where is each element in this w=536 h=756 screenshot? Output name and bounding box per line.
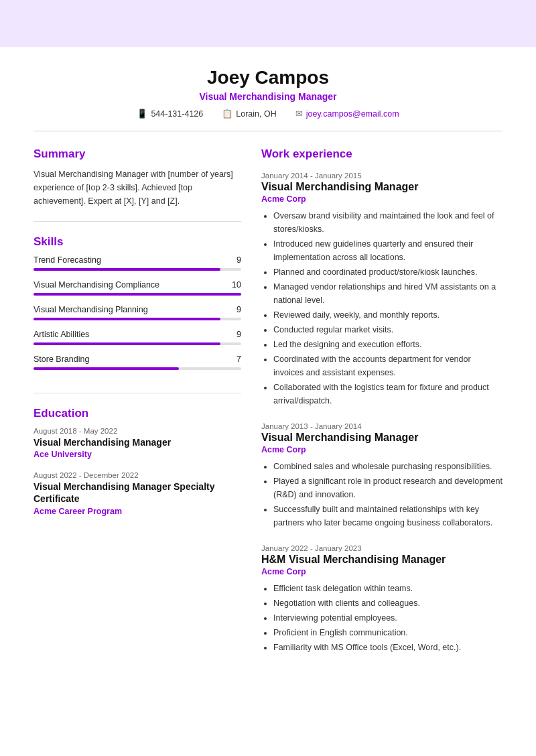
skill-name: Store Branding: [34, 355, 89, 364]
left-column: Summary Visual Merchandising Manager wit…: [34, 147, 241, 669]
work-bullet: Proficient in English communication.: [273, 626, 503, 639]
top-banner: [0, 0, 536, 47]
skill-bar-fill: [34, 318, 220, 320]
main-body: Summary Visual Merchandising Manager wit…: [34, 147, 503, 669]
skills-list: Trend Forecasting 9 Visual Merchandising…: [34, 255, 241, 370]
phone-contact: 📱 544-131-4126: [137, 109, 203, 119]
resume-container: Joey Campos Visual Merchandising Manager…: [0, 47, 536, 696]
work-bullet: Collaborated with the logistics team for…: [273, 381, 503, 407]
work-bullet: Planned and coordinated product/store/ki…: [273, 265, 503, 279]
resume-header: Joey Campos Visual Merchandising Manager…: [34, 67, 503, 131]
skill-bar-fill: [34, 268, 220, 271]
skill-bar-background: [34, 318, 241, 320]
work-bullet: Conducted regular market visits.: [273, 323, 503, 336]
skill-item: Trend Forecasting 9: [34, 255, 241, 271]
education-section: Education August 2018 - May 2022 Visual …: [34, 407, 241, 542]
skill-bar-background: [34, 293, 241, 296]
summary-title: Summary: [34, 147, 241, 161]
work-role: Visual Merchandising Manager: [261, 181, 503, 193]
skill-item: Artistic Abilities 9: [34, 330, 241, 345]
skill-item: Visual Merchandising Compliance 10: [34, 280, 241, 296]
skill-header: Visual Merchandising Planning 9: [34, 305, 241, 314]
work-bullet: Oversaw brand visibility and maintained …: [273, 209, 503, 236]
work-date: January 2013 - January 2014: [261, 422, 503, 430]
skill-header: Trend Forecasting 9: [34, 255, 241, 265]
work-bullet: Coordinated with the accounts department…: [273, 353, 503, 379]
education-list: August 2018 - May 2022 Visual Merchandis…: [34, 427, 241, 516]
skill-bar-background: [34, 268, 241, 271]
location-icon: 📋: [222, 109, 232, 119]
skill-item: Visual Merchandising Planning 9: [34, 305, 241, 320]
work-company: Acme Corp: [261, 194, 503, 204]
education-item: August 2022 - December 2022 Visual Merch…: [34, 471, 241, 515]
right-column: Work experience January 2014 - January 2…: [261, 147, 503, 669]
work-bullet: Successfully built and maintained relati…: [273, 503, 503, 529]
work-bullets: Oversaw brand visibility and maintained …: [261, 209, 503, 407]
edu-institution: Ace University: [34, 450, 241, 459]
work-role: Visual Merchandising Manager: [261, 432, 503, 444]
work-bullet: Combined sales and wholesale purchasing …: [273, 460, 503, 473]
work-bullet: Familiarity with MS Office tools (Excel,…: [273, 641, 503, 654]
work-bullet: Played a significant role in product res…: [273, 475, 503, 501]
skill-name: Visual Merchandising Compliance: [34, 280, 159, 290]
work-company: Acme Corp: [261, 567, 503, 576]
skill-bar-fill: [34, 293, 241, 296]
work-date: January 2014 - January 2015: [261, 172, 503, 180]
work-bullet: Introduced new guidelines quarterly and …: [273, 237, 503, 264]
work-item: January 2022 - January 2023 H&M Visual M…: [261, 544, 503, 654]
candidate-title: Visual Merchandising Manager: [34, 91, 503, 102]
work-bullets: Combined sales and wholesale purchasing …: [261, 460, 503, 529]
work-date: January 2022 - January 2023: [261, 544, 503, 552]
skill-bar-fill: [34, 367, 179, 370]
skill-name: Artistic Abilities: [34, 330, 89, 339]
edu-date: August 2018 - May 2022: [34, 427, 241, 435]
work-bullet: Managed vendor relationships and hired V…: [273, 280, 503, 307]
skill-score: 9: [237, 305, 241, 314]
skill-bar-fill: [34, 342, 220, 345]
skill-bar-background: [34, 367, 241, 370]
work-experience-title: Work experience: [261, 147, 503, 161]
phone-icon: 📱: [137, 109, 147, 119]
location-text: Lorain, OH: [236, 109, 276, 119]
edu-institution: Acme Career Program: [34, 507, 241, 516]
skill-score: 9: [237, 255, 241, 265]
email-contact: ✉ joey.campos@email.com: [295, 109, 399, 119]
summary-section: Summary Visual Merchandising Manager wit…: [34, 147, 241, 222]
contact-row: 📱 544-131-4126 📋 Lorain, OH ✉ joey.campo…: [34, 109, 503, 119]
email-link[interactable]: joey.campos@email.com: [306, 109, 399, 119]
skill-score: 7: [237, 355, 241, 364]
work-bullet: Efficient task delegation within teams.: [273, 582, 503, 595]
skill-bar-background: [34, 342, 241, 345]
skill-header: Store Branding 7: [34, 355, 241, 364]
work-bullet: Reviewed daily, weekly, and monthly repo…: [273, 308, 503, 322]
skill-score: 10: [232, 280, 241, 290]
work-company: Acme Corp: [261, 445, 503, 454]
work-bullet: Led the designing and execution efforts.: [273, 338, 503, 351]
skill-name: Visual Merchandising Planning: [34, 305, 148, 314]
work-role: H&M Visual Merchandising Manager: [261, 554, 503, 566]
skill-score: 9: [237, 330, 241, 339]
skills-title: Skills: [34, 235, 241, 249]
edu-degree: Visual Merchandising Manager Specialty C…: [34, 481, 241, 505]
work-item: January 2013 - January 2014 Visual Merch…: [261, 422, 503, 529]
work-bullet: Interviewing potential employees.: [273, 611, 503, 625]
edu-date: August 2022 - December 2022: [34, 471, 241, 479]
candidate-name: Joey Campos: [34, 67, 503, 88]
skill-item: Store Branding 7: [34, 355, 241, 370]
work-bullet: Negotiation with clients and colleagues.: [273, 596, 503, 610]
skill-name: Trend Forecasting: [34, 255, 101, 265]
work-experience-list: January 2014 - January 2015 Visual Merch…: [261, 172, 503, 654]
work-item: January 2014 - January 2015 Visual Merch…: [261, 172, 503, 407]
education-title: Education: [34, 407, 241, 420]
phone-number: 544-131-4126: [151, 109, 203, 119]
work-bullets: Efficient task delegation within teams.N…: [261, 582, 503, 654]
summary-text: Visual Merchandising Manager with [numbe…: [34, 168, 241, 208]
email-icon: ✉: [295, 109, 303, 119]
skills-section: Skills Trend Forecasting 9 Visual Mercha…: [34, 235, 241, 393]
edu-degree: Visual Merchandising Manager: [34, 436, 241, 448]
skill-header: Visual Merchandising Compliance 10: [34, 280, 241, 290]
education-item: August 2018 - May 2022 Visual Merchandis…: [34, 427, 241, 459]
skill-header: Artistic Abilities 9: [34, 330, 241, 339]
location-contact: 📋 Lorain, OH: [222, 109, 276, 119]
